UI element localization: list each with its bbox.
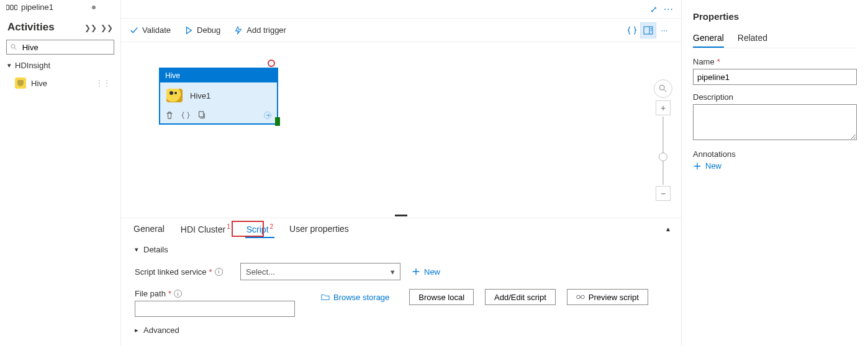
properties-tab-general[interactable]: General [693, 29, 724, 48]
tab-user-properties[interactable]: User properties [288, 220, 350, 237]
pipeline-tab[interactable]: pipeline1 [0, 0, 120, 15]
panel-splitter[interactable] [121, 213, 681, 218]
validate-label: Validate [142, 25, 171, 35]
advanced-label: Advanced [143, 326, 179, 335]
drag-handle-icon[interactable]: ⋮⋮ [96, 79, 111, 87]
svg-point-13 [577, 295, 581, 299]
zoom-out-button[interactable]: − [656, 186, 671, 201]
svg-point-11 [659, 85, 664, 90]
activities-group-hdinsight[interactable]: ▾ HDInsight [0, 57, 120, 74]
search-icon [659, 84, 667, 93]
tab-script[interactable]: Script2 [245, 220, 274, 238]
execute-icon[interactable] [263, 111, 272, 120]
validate-button[interactable]: Validate [130, 25, 171, 35]
clone-icon[interactable] [197, 111, 206, 120]
activity-node-hive1[interactable]: Hive Hive1 [160, 68, 278, 124]
preview-label: Preview script [589, 293, 639, 302]
details-section-toggle[interactable]: ▾ Details [135, 245, 667, 254]
zoom-search-button[interactable] [654, 79, 672, 98]
code-view-button[interactable] [624, 22, 640, 38]
canvas-more-button[interactable]: ··· [656, 22, 672, 38]
search-icon [11, 43, 17, 51]
script-linked-service-label: Script linked service*i [135, 267, 240, 277]
file-path-label: File path*i [135, 289, 240, 298]
properties-title: Properties [693, 11, 857, 22]
editor-titlebar: ⤢ ··· [121, 0, 681, 19]
folder-icon [321, 293, 330, 301]
tab-userprops-label: User properties [289, 224, 349, 234]
tab-hdi-cluster[interactable]: HDI Cluster1 [179, 220, 232, 238]
add-annotation-label: New [705, 161, 721, 171]
activities-sidebar: pipeline1 Activities ❯❯ ❮❮ ▾ HDInsight H… [0, 0, 121, 346]
canvas-wrapper: Hive Hive1 [121, 42, 681, 213]
script-panel: ▾ Details Script linked service*i Select… [121, 239, 681, 346]
svg-line-4 [15, 48, 17, 50]
activities-search[interactable] [6, 40, 114, 55]
add-trigger-label: Add trigger [246, 25, 286, 35]
prop-description-input[interactable] [693, 104, 857, 140]
collapse-panel-icon[interactable]: ▴ [666, 224, 670, 233]
activity-item-label: Hive [31, 79, 47, 88]
delete-icon[interactable] [165, 111, 174, 120]
file-path-input[interactable] [135, 301, 295, 317]
glasses-icon [576, 293, 585, 301]
node-name: Hive1 [190, 91, 210, 100]
trigger-icon [234, 26, 243, 35]
prop-name-input[interactable] [693, 69, 857, 85]
activities-search-input[interactable] [21, 42, 110, 53]
zoom-slider-track[interactable] [662, 117, 664, 185]
svg-point-14 [581, 295, 585, 299]
main-area: ⤢ ··· Validate Debug Add trigger [121, 0, 682, 346]
pipeline-icon [6, 3, 17, 12]
activity-item-hive[interactable]: Hive ⋮⋮ [0, 74, 120, 92]
new-linked-service-button[interactable]: New [412, 267, 440, 277]
add-annotation-button[interactable]: New [693, 161, 857, 171]
unsaved-indicator-icon [92, 6, 96, 9]
collapse-panel-icon[interactable]: ❮❮ [101, 24, 113, 32]
hive-icon [15, 78, 26, 89]
tab-hdi-label: HDI Cluster [181, 224, 225, 234]
info-icon[interactable]: i [174, 290, 182, 298]
properties-tab-related[interactable]: Related [738, 29, 767, 48]
plus-icon [693, 162, 702, 171]
play-icon [184, 26, 193, 35]
zoom-slider-handle[interactable] [659, 153, 667, 161]
properties-panel: Properties General Related Name* Descrip… [682, 0, 868, 346]
properties-pane-button[interactable] [640, 22, 656, 38]
svg-point-3 [11, 45, 15, 48]
svg-rect-0 [6, 5, 9, 10]
info-icon[interactable]: i [215, 268, 223, 276]
browse-local-button[interactable]: Browse local [409, 289, 474, 305]
preview-script-button[interactable]: Preview script [567, 289, 648, 305]
advanced-section-toggle[interactable]: ▸ Advanced [135, 326, 667, 335]
more-menu-icon[interactable]: ··· [664, 4, 674, 15]
pipeline-canvas[interactable]: Hive Hive1 [121, 42, 681, 213]
chevron-down-icon: ▾ [7, 61, 11, 69]
success-output-port[interactable] [275, 117, 280, 126]
zoom-in-button[interactable]: + [656, 100, 671, 115]
validation-error-indicator-icon [268, 60, 275, 67]
add-edit-label: Add/Edit script [494, 293, 546, 302]
svg-line-12 [664, 90, 667, 92]
tab-general[interactable]: General [132, 220, 166, 237]
select-placeholder: Select... [246, 267, 275, 277]
prop-name-label: Name* [693, 57, 857, 66]
script-linked-service-select[interactable]: Select... ▾ [240, 263, 400, 280]
fullscreen-icon[interactable]: ⤢ [650, 4, 658, 14]
browse-storage-button[interactable]: Browse storage [321, 293, 389, 302]
activities-heading: Activities [7, 21, 83, 33]
tab-script-label: Script [246, 224, 269, 234]
zoom-controls: + − [654, 79, 672, 201]
new-label: New [424, 267, 440, 277]
expand-all-icon[interactable]: ❯❯ [84, 24, 97, 32]
code-icon[interactable] [181, 111, 190, 120]
prop-tab-related-label: Related [738, 33, 767, 43]
braces-icon [627, 25, 637, 35]
add-trigger-button[interactable]: Add trigger [234, 25, 286, 35]
add-edit-script-button[interactable]: Add/Edit script [485, 289, 556, 305]
hive-icon [166, 89, 183, 102]
pipeline-tab-title: pipeline1 [21, 2, 53, 12]
debug-button[interactable]: Debug [184, 25, 220, 35]
activities-group-label: HDInsight [15, 61, 50, 70]
chevron-right-icon: ▸ [135, 326, 138, 334]
